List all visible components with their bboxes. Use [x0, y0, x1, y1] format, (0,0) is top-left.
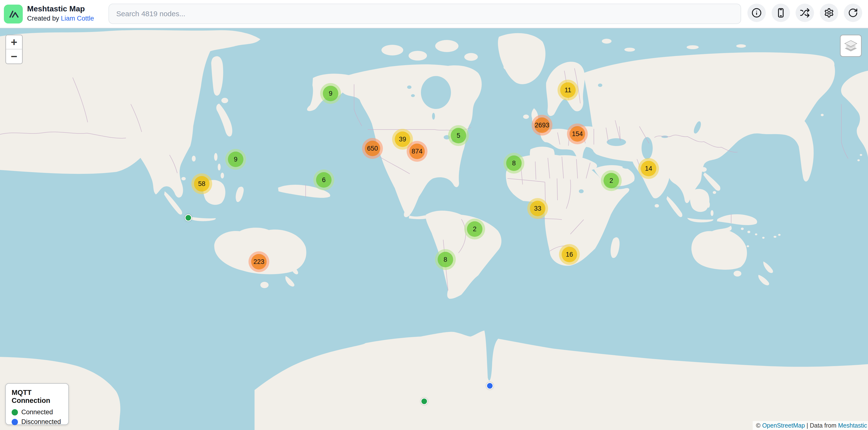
node-marker-disconnected[interactable]: [486, 382, 493, 389]
cluster-count: 39: [395, 131, 410, 147]
cluster-marker[interactable]: 6: [313, 169, 334, 190]
marker-layer: 911269315439650874589586214331628223: [0, 0, 868, 430]
node-marker-connected[interactable]: [185, 214, 192, 221]
cluster-count: 8: [506, 156, 522, 171]
node-marker-connected[interactable]: [421, 398, 428, 405]
meshtastic-logo: [4, 5, 23, 24]
info-button[interactable]: [747, 4, 766, 22]
cluster-count: 9: [228, 152, 243, 167]
cluster-count: 6: [316, 172, 332, 188]
cluster-count: 11: [560, 82, 576, 98]
search-input[interactable]: [108, 4, 741, 24]
legend-item-connected: Connected: [11, 408, 62, 416]
mqtt-connection-legend: MQTT Connection Connected Disconnected: [5, 383, 69, 425]
cluster-marker[interactable]: 9: [225, 149, 246, 170]
cluster-marker[interactable]: 2693: [532, 115, 552, 136]
openstreetmap-link[interactable]: OpenStreetMap: [762, 422, 805, 429]
title-block: Meshtastic Map Created by Liam Cottle: [27, 4, 94, 23]
cluster-marker[interactable]: 2: [464, 219, 485, 239]
cluster-count: 650: [365, 141, 380, 156]
cluster-count: 58: [194, 176, 210, 192]
attribution-separator: | Data from: [805, 422, 838, 429]
smartphone-icon: [776, 8, 786, 18]
cluster-count: 14: [641, 161, 656, 176]
meshtastic-logo-icon: [7, 7, 20, 21]
refresh-button[interactable]: [844, 4, 862, 22]
connected-dot: [11, 409, 18, 416]
cluster-marker[interactable]: 9: [320, 83, 341, 104]
byline-prefix: Created by: [27, 15, 61, 22]
shuffle-button[interactable]: [796, 4, 814, 22]
device-button[interactable]: [772, 4, 790, 22]
cluster-marker[interactable]: 223: [248, 251, 269, 272]
legend-label: Disconnected: [21, 418, 61, 426]
map-attribution: © OpenStreetMap | Data from Meshtastic: [753, 421, 868, 430]
meshtastic-map-app: 911269315439650874589586214331628223 + −…: [0, 0, 868, 430]
cluster-marker[interactable]: 8: [503, 153, 524, 174]
cluster-marker[interactable]: 874: [407, 141, 428, 162]
cluster-count: 874: [409, 143, 425, 159]
cluster-count: 2693: [534, 118, 550, 133]
layers-icon: [843, 38, 858, 53]
layers-control-button[interactable]: [840, 35, 862, 57]
cluster-count: 2: [603, 173, 619, 188]
author-link[interactable]: Liam Cottle: [61, 15, 94, 22]
cluster-count: 5: [451, 128, 466, 143]
map-canvas[interactable]: 911269315439650874589586214331628223 + −…: [0, 0, 868, 430]
cluster-count: 154: [569, 126, 585, 142]
legend-title: MQTT Connection: [11, 389, 62, 405]
legend-item-disconnected: Disconnected: [11, 418, 62, 426]
cluster-count: 16: [562, 247, 577, 262]
cluster-marker[interactable]: 14: [638, 158, 659, 179]
cluster-marker[interactable]: 11: [558, 80, 578, 100]
settings-button[interactable]: [820, 4, 838, 22]
legend-label: Connected: [21, 408, 53, 416]
byline: Created by Liam Cottle: [27, 13, 94, 23]
zoom-out-button[interactable]: −: [6, 49, 22, 63]
info-icon: [751, 8, 762, 18]
cluster-marker[interactable]: 58: [191, 173, 212, 194]
disconnected-dot: [11, 419, 18, 425]
gear-icon: [824, 8, 834, 18]
page-title: Meshtastic Map: [27, 4, 94, 13]
cluster-count: 2: [467, 221, 483, 237]
shuffle-icon: [800, 8, 810, 18]
zoom-control: + −: [5, 35, 23, 64]
cluster-marker[interactable]: 2: [601, 170, 622, 191]
cluster-marker[interactable]: 33: [527, 198, 548, 219]
attribution-copyright: ©: [756, 422, 762, 429]
cluster-count: 9: [323, 86, 338, 101]
zoom-in-button[interactable]: +: [6, 35, 22, 49]
cluster-marker[interactable]: 8: [435, 249, 456, 270]
cluster-count: 223: [251, 254, 267, 269]
cluster-marker[interactable]: 16: [559, 244, 580, 265]
header-bar: Meshtastic Map Created by Liam Cottle: [0, 0, 868, 28]
cluster-count: 33: [530, 201, 546, 216]
cluster-count: 8: [438, 252, 453, 267]
cluster-marker[interactable]: 650: [362, 138, 383, 159]
meshtastic-link[interactable]: Meshtastic: [838, 422, 867, 429]
refresh-icon: [848, 8, 858, 18]
cluster-marker[interactable]: 5: [448, 125, 469, 146]
cluster-marker[interactable]: 154: [567, 124, 588, 144]
